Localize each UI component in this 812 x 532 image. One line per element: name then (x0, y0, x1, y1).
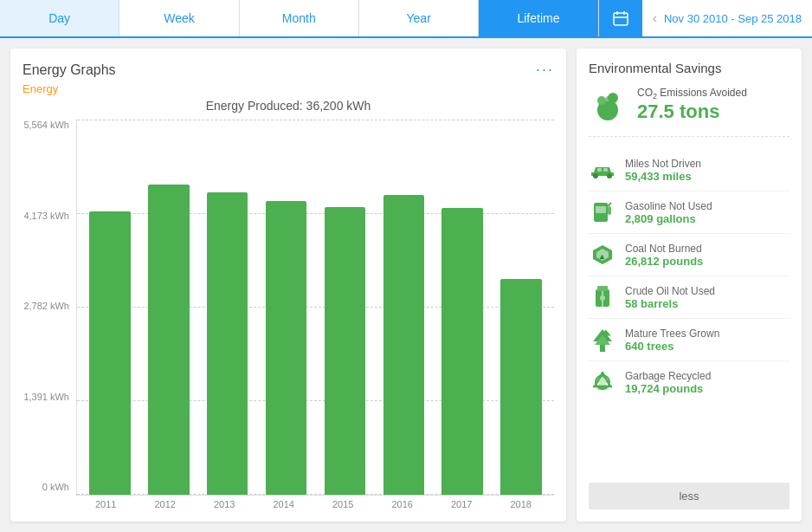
bars-container (76, 120, 554, 496)
recycle-icon (589, 368, 616, 396)
car-icon (589, 156, 616, 184)
svg-rect-12 (596, 206, 606, 213)
panel-title: Energy Graphs (23, 62, 116, 78)
tab-day[interactable]: Day (0, 0, 119, 36)
x-label: 2015 (313, 499, 373, 509)
bar[interactable] (266, 201, 307, 495)
y-axis-label: 5,564 kWh (23, 120, 69, 130)
tree-icon (589, 326, 616, 354)
env-item-value: 640 trees (625, 340, 719, 353)
x-label: 2011 (76, 499, 136, 509)
env-hero: CO2 Emissions Avoided 27.5 tons (589, 86, 789, 137)
svg-point-6 (597, 96, 606, 105)
x-label: 2018 (492, 499, 551, 509)
env-item: Mature Trees Grown 640 trees (589, 319, 789, 361)
env-item: Garbage Recycled 19,724 pounds (589, 361, 789, 403)
env-item: Crude Oil Not Used 58 barrels (589, 276, 789, 319)
tab-week[interactable]: Week (119, 0, 239, 36)
svg-text:▲: ▲ (598, 252, 606, 261)
env-item-label: Miles Not Driven (625, 158, 701, 170)
x-label: 2016 (373, 499, 433, 509)
panel-menu-button[interactable]: ··· (536, 61, 554, 79)
bar[interactable] (500, 279, 542, 495)
env-title: Environmental Savings (589, 61, 789, 75)
bar-group[interactable] (198, 120, 257, 495)
y-axis-label: 2,782 kWh (23, 301, 69, 311)
y-axis-label: 1,391 kWh (23, 392, 69, 402)
co2-value: 27.5 tons (637, 101, 747, 123)
x-label: 2014 (255, 499, 314, 509)
env-item: Gasoline Not Used 2,809 gallons (589, 191, 789, 234)
bar[interactable] (441, 208, 483, 495)
prev-arrow[interactable]: ‹ (653, 10, 657, 26)
env-item-value: 19,724 pounds (625, 382, 711, 395)
svg-rect-24 (600, 345, 605, 352)
svg-rect-19 (597, 286, 608, 291)
x-label: 2012 (136, 499, 196, 509)
svg-point-21 (600, 295, 605, 301)
env-item-label: Garbage Recycled (625, 370, 711, 382)
date-range-label: Nov 30 2010 - Sep 25 2018 (664, 12, 802, 25)
co2-icon (589, 86, 627, 124)
bar[interactable] (325, 207, 366, 495)
oil-icon (589, 283, 616, 311)
fuel-icon (589, 198, 616, 226)
svg-line-14 (608, 203, 611, 206)
env-item: Miles Not Driven 59,433 miles (589, 149, 789, 191)
svg-point-7 (593, 173, 598, 178)
energy-label: Energy (23, 82, 554, 95)
env-item-label: Crude Oil Not Used (625, 285, 715, 297)
env-item-value: 58 barrels (625, 297, 715, 310)
svg-point-8 (607, 173, 612, 178)
svg-rect-13 (608, 206, 611, 215)
env-item-label: Mature Trees Grown (625, 328, 719, 340)
tab-lifetime[interactable]: Lifetime (479, 0, 598, 36)
less-button[interactable]: less (589, 483, 789, 509)
bar[interactable] (383, 195, 425, 495)
date-nav-area: ‹ Nov 30 2010 - Sep 25 2018 (642, 10, 812, 26)
bar-group[interactable] (139, 120, 198, 495)
calendar-icon[interactable] (599, 0, 642, 36)
env-item-label: Coal Not Burned (625, 243, 703, 255)
top-nav: Day Week Month Year Lifetime ‹ Nov 30 20… (0, 0, 812, 38)
bar-group[interactable] (433, 120, 492, 495)
y-axis-label: 4,173 kWh (23, 211, 69, 221)
svg-rect-9 (597, 168, 602, 172)
bar[interactable] (207, 192, 248, 495)
co2-label: CO2 Emissions Avoided (637, 87, 747, 101)
coal-icon: ▲ (589, 241, 616, 269)
bar[interactable] (89, 211, 131, 495)
chart-title: Energy Produced: 36,200 kWh (23, 99, 554, 113)
env-item-value: 26,812 pounds (625, 255, 703, 268)
y-axis: 5,564 kWh4,173 kWh2,782 kWh1,391 kWh0 kW… (23, 120, 76, 509)
bar-group[interactable] (374, 120, 433, 495)
tab-month[interactable]: Month (240, 0, 359, 36)
bar-group[interactable] (257, 120, 316, 495)
x-label: 2017 (432, 499, 492, 509)
bar-group[interactable] (316, 120, 375, 495)
env-item-label: Gasoline Not Used (625, 200, 712, 212)
svg-rect-0 (614, 13, 628, 25)
svg-point-5 (608, 93, 618, 103)
environmental-panel: Environmental Savings CO2 Emissions Avoi… (577, 49, 802, 522)
tab-year[interactable]: Year (359, 0, 479, 36)
x-label: 2013 (195, 499, 255, 509)
energy-graph-panel: Energy Graphs ··· Energy Energy Produced… (10, 49, 566, 522)
bar-group[interactable] (492, 120, 551, 495)
bar-group[interactable] (81, 120, 139, 495)
env-item-value: 2,809 gallons (625, 212, 712, 225)
bar[interactable] (148, 185, 190, 495)
env-item-value: 59,433 miles (625, 170, 701, 183)
y-axis-label: 0 kWh (42, 482, 69, 492)
env-item: ▲ Coal Not Burned 26,812 pounds (589, 234, 789, 276)
svg-rect-10 (603, 168, 608, 172)
